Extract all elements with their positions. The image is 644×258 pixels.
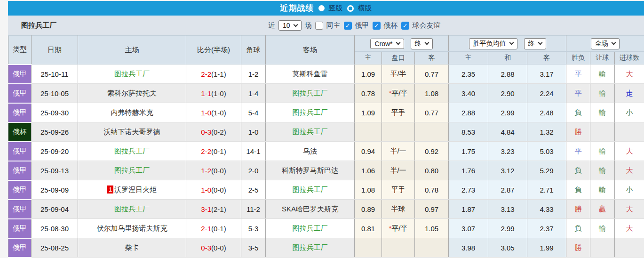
goals-cell: 小 <box>615 103 644 122</box>
home-team-link[interactable]: 沃罗涅日火炬 <box>114 185 157 194</box>
fulltime-score: 1-0 <box>201 109 211 117</box>
handicap-result-cell: 輸 <box>590 219 615 238</box>
goals-cell: 大 <box>615 219 644 238</box>
table-row: 俄甲 25-09-09 1沃罗涅日火炬 1-0(0-0) 2-5 图拉兵工厂 1… <box>8 180 644 200</box>
away-team-link[interactable]: 科斯特罗马斯巴达 <box>282 166 338 174</box>
avg-win-cell: 3.40 <box>449 84 488 103</box>
away-team-link[interactable]: 图拉兵工厂 <box>293 224 328 232</box>
subheader-odds-away: 客 <box>415 52 449 64</box>
cup-checkbox[interactable]: ✓ <box>373 22 381 30</box>
home-team-link[interactable]: 内弗特赫米克 <box>111 108 153 116</box>
away-team-link[interactable]: 乌法 <box>303 147 317 155</box>
away-team-link[interactable]: 图拉兵工厂 <box>293 128 328 136</box>
matches-label: 场 <box>305 21 312 30</box>
odds-away-cell: 1.08 <box>415 84 449 103</box>
horizontal-layout-radio[interactable] <box>347 5 354 12</box>
header-home: 主场 <box>78 36 186 64</box>
home-team-link[interactable]: 柴卡 <box>125 243 139 251</box>
scope-select-group: 全场 <box>566 36 644 52</box>
home-team-link[interactable]: 图拉兵工厂 <box>114 166 150 174</box>
home-team-cell: 图拉兵工厂 <box>78 64 186 84</box>
handicap-result-cell: 輸 <box>590 64 615 84</box>
home-team-link[interactable]: 图拉兵工厂 <box>114 70 150 78</box>
handicap-cell <box>382 122 415 142</box>
corners-cell: 11-2 <box>241 200 266 219</box>
subheader-goals: 进球数 <box>615 52 644 64</box>
type-cell: 俄甲 <box>8 103 32 122</box>
vertical-layout-label[interactable]: 竖版 <box>329 4 343 13</box>
subheader-avg-draw: 和 <box>488 52 527 64</box>
fulltime-score: 1-0 <box>201 186 211 194</box>
avg-draw-cell: 3.12 <box>488 161 527 180</box>
handicap-cell: 半/一 <box>382 142 415 161</box>
header-type: 类型 <box>8 36 32 64</box>
away-team-cell: 图拉兵工厂 <box>266 122 355 142</box>
handicap-cell: *平/半 <box>382 219 415 238</box>
avg-win-cell: 3.07 <box>449 219 488 238</box>
result-cell: 負 <box>566 219 590 238</box>
score-cell: 1-2(0-0) <box>186 161 241 180</box>
away-team-link[interactable]: 莫斯科鱼雷 <box>293 70 328 78</box>
avg-time-select[interactable]: 终 <box>524 38 546 49</box>
away-team-cell: 图拉兵工厂 <box>266 103 355 122</box>
avg-type-select[interactable]: 胜平负均值 <box>469 38 517 49</box>
horizontal-layout-label[interactable]: 横版 <box>358 4 372 13</box>
handicap-result-cell: 輸 <box>590 161 615 180</box>
table-row: 俄甲 25-09-04 图拉兵工厂 3-1(2-1) 11-2 SKA哈巴罗夫斯… <box>8 200 644 219</box>
odds-home-cell: 1.09 <box>355 64 382 84</box>
away-team-link[interactable]: SKA哈巴罗夫斯克 <box>282 205 338 213</box>
avg-draw-cell: 4.84 <box>488 122 527 142</box>
type-cell: 俄甲 <box>8 84 32 103</box>
handicap-result-cell: 輸 <box>590 103 615 122</box>
type-cell: 俄甲 <box>8 161 32 180</box>
goals-cell: 大 <box>615 161 644 180</box>
handicap-result-cell: 輸 <box>590 180 615 200</box>
odds-away-cell: 0.92 <box>415 142 449 161</box>
scope-select[interactable]: 全场 <box>591 38 620 49</box>
odds-home-cell: 0.78 <box>355 84 382 103</box>
home-team-link[interactable]: 索科尔萨拉托夫 <box>107 89 157 97</box>
type-cell: 俄甲 <box>8 200 32 219</box>
rank-badge: 1 <box>107 185 113 194</box>
league-checkbox[interactable]: ✓ <box>344 22 352 30</box>
away-team-cell: 图拉兵工厂 <box>266 180 355 200</box>
home-team-link[interactable]: 图拉兵工厂 <box>114 205 150 213</box>
result-cell: 平 <box>566 64 590 84</box>
odds-company-select[interactable]: Crow* <box>370 39 404 49</box>
corners-cell: 3-5 <box>241 238 266 258</box>
friendly-checkbox[interactable]: ✓ <box>401 22 409 30</box>
handicap-cell: 半/一 <box>382 161 415 180</box>
avg-draw-cell: 2.88 <box>488 64 527 84</box>
same-home-label[interactable]: 同主 <box>326 21 341 30</box>
corners-cell: 5-3 <box>241 219 266 238</box>
vertical-layout-radio[interactable] <box>318 5 325 11</box>
subheader-avg-lose: 客 <box>527 52 566 64</box>
date-cell: 25-10-05 <box>32 84 78 103</box>
handicap-result-cell <box>590 122 615 142</box>
away-team-cell: 科斯特罗马斯巴达 <box>266 161 355 180</box>
home-team-link[interactable]: 伏尔加乌里扬诺夫斯克 <box>97 224 167 232</box>
friendly-label[interactable]: 球会友谊 <box>413 21 441 30</box>
away-team-link[interactable]: 图拉兵工厂 <box>293 243 328 251</box>
away-team-link[interactable]: 图拉兵工厂 <box>293 89 328 97</box>
result-cell: 負 <box>566 161 590 180</box>
recent-label: 近 <box>268 21 275 30</box>
result-cell: 負 <box>566 103 590 122</box>
cup-label[interactable]: 俄杯 <box>384 21 398 30</box>
recent-count-select[interactable]: 10 <box>278 20 302 31</box>
avg-win-cell: 1.75 <box>449 142 488 161</box>
score-cell: 0-3(0-2) <box>186 122 241 142</box>
away-team-link[interactable]: 图拉兵工厂 <box>293 185 328 194</box>
away-team-link[interactable]: 图拉兵工厂 <box>293 108 328 116</box>
corners-cell: 2-5 <box>241 180 266 200</box>
league-label[interactable]: 俄甲 <box>355 21 369 30</box>
odds-time-select[interactable]: 终 <box>411 38 433 49</box>
avg-draw-cell: 2.90 <box>488 84 527 103</box>
same-home-checkbox[interactable] <box>315 22 323 30</box>
avg-draw-cell: 2.87 <box>488 180 527 200</box>
home-team-link[interactable]: 图拉兵工厂 <box>114 147 150 155</box>
goals-cell <box>615 122 644 142</box>
avg-lose-cell: 5.03 <box>527 142 566 161</box>
away-team-cell: 乌法 <box>266 142 355 161</box>
home-team-link[interactable]: 沃纳下诺夫哥罗德 <box>104 128 160 136</box>
